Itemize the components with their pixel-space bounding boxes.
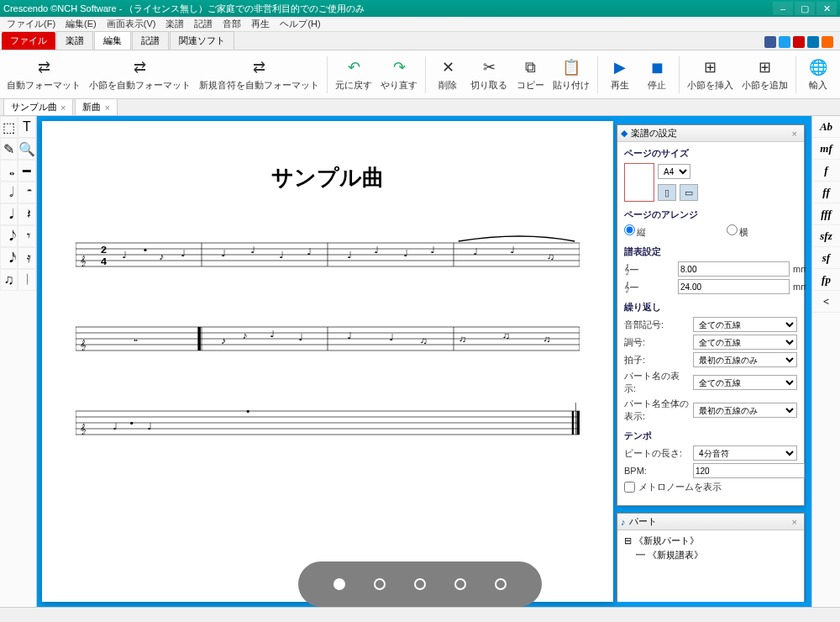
tab-related[interactable]: 関連ソフト bbox=[170, 31, 234, 50]
tool-11[interactable]: 𝄾 bbox=[18, 225, 36, 247]
facebook-icon[interactable] bbox=[764, 36, 776, 48]
rss-icon[interactable] bbox=[822, 36, 833, 48]
parts-icon: ♪ bbox=[621, 517, 626, 527]
ribbon-小節を追加[interactable]: ⊞小節を追加 bbox=[738, 53, 791, 97]
ribbon-小節を挿入[interactable]: ⊞小節を挿入 bbox=[684, 53, 737, 97]
ribbon-切り取る[interactable]: ✂切り取る bbox=[467, 53, 511, 97]
page-size-select[interactable]: A4 bbox=[658, 164, 690, 179]
svg-text:♩: ♩ bbox=[403, 248, 408, 259]
dynamic-mf[interactable]: mf bbox=[812, 138, 840, 160]
ribbon-自動フォーマット[interactable]: ⇄自動フォーマット bbox=[3, 53, 84, 97]
youtube-icon[interactable] bbox=[793, 36, 805, 48]
staff-1[interactable]: 𝄞 24 ♩•♪♩ ♩♩♩♩ ♩♩♩♩ ♩♩♫ bbox=[76, 235, 580, 277]
tool-1[interactable]: T bbox=[18, 116, 36, 138]
ribbon-元に戻す[interactable]: ↶元に戻す bbox=[332, 53, 375, 97]
ribbon-削除[interactable]: ✕削除 bbox=[430, 53, 465, 97]
doctab-sample[interactable]: サンプル曲× bbox=[3, 98, 73, 115]
page-dot-5[interactable] bbox=[495, 578, 507, 590]
maximize-button[interactable]: ▢ bbox=[795, 2, 815, 15]
tab-notation[interactable]: 記譜 bbox=[132, 31, 169, 50]
page-dot-3[interactable] bbox=[414, 578, 426, 590]
ribbon-輸入[interactable]: 🌐輸入 bbox=[801, 53, 836, 97]
tool-5[interactable]: ━ bbox=[18, 160, 36, 182]
staff-size2-input[interactable] bbox=[678, 279, 790, 294]
tree-item-part: ⊟ 《新規パート》 bbox=[621, 534, 801, 548]
tool-10[interactable]: 𝅘𝅥𝅮 bbox=[0, 225, 18, 247]
tab-score[interactable]: 楽譜 bbox=[56, 31, 93, 50]
menu-file[interactable]: ファイル(F) bbox=[2, 16, 60, 32]
menu-help[interactable]: ヘルプ(H) bbox=[275, 16, 325, 32]
ribbon-停止[interactable]: ◼停止 bbox=[639, 53, 675, 97]
close-icon[interactable]: × bbox=[104, 103, 109, 113]
repeat-select-2[interactable]: 最初の五線のみ bbox=[693, 352, 797, 367]
minimize-button[interactable]: – bbox=[773, 2, 793, 15]
file-tab[interactable]: ファイル bbox=[2, 32, 55, 50]
page-dot-2[interactable] bbox=[374, 578, 386, 590]
beat-length-select[interactable]: 4分音符 bbox=[693, 445, 797, 461]
score-page[interactable]: サンプル曲 𝄞 24 ♩•♪♩ ♩♩♩♩ ♩♩♩♩ ♩♩♫ bbox=[42, 121, 613, 602]
tool-2[interactable]: ✎ bbox=[0, 138, 18, 160]
ribbon-再生[interactable]: ▶再生 bbox=[602, 53, 638, 97]
arrange-vertical-radio[interactable] bbox=[624, 224, 635, 235]
dynamic-sfz[interactable]: sfz bbox=[812, 225, 840, 247]
linkedin-icon[interactable] bbox=[807, 36, 819, 48]
tool-0[interactable]: ⬚ bbox=[0, 116, 18, 138]
parts-tree[interactable]: ⊟ 《新規パート》 ━ 《新規譜表》 bbox=[617, 530, 804, 602]
svg-text:♪: ♪ bbox=[242, 330, 247, 341]
repeat-select-3[interactable]: 全ての五線 bbox=[693, 375, 797, 390]
tool-7[interactable]: 𝄼 bbox=[18, 182, 36, 203]
menu-clef[interactable]: 音部 bbox=[218, 16, 246, 32]
dynamic-sf[interactable]: sf bbox=[812, 247, 840, 269]
tool-12[interactable]: 𝅘𝅥𝅯 bbox=[0, 247, 18, 269]
svg-text:2: 2 bbox=[101, 245, 107, 256]
tool-14[interactable]: ♫ bbox=[0, 269, 18, 291]
twitter-icon[interactable] bbox=[779, 36, 790, 48]
ribbon-コピー[interactable]: ⧉コピー bbox=[512, 53, 548, 97]
ribbon-貼り付け[interactable]: 📋貼り付け bbox=[549, 53, 593, 97]
arrange-horizontal-radio[interactable] bbox=[727, 224, 738, 235]
panel-close-button[interactable]: × bbox=[789, 129, 801, 139]
orientation-landscape-button[interactable]: ▭ bbox=[680, 184, 698, 201]
staff-3[interactable]: 𝄞 ♩•♩ • bbox=[76, 403, 580, 445]
svg-text:♩: ♩ bbox=[473, 246, 478, 257]
repeat-select-0[interactable]: 全ての五線 bbox=[693, 317, 797, 332]
ribbon-やり直す[interactable]: ↷やり直す bbox=[377, 53, 421, 97]
dynamic-fp[interactable]: fp bbox=[812, 269, 840, 291]
svg-text:𝄞: 𝄞 bbox=[80, 256, 86, 267]
dynamic-f[interactable]: f bbox=[812, 160, 840, 182]
repeat-select-4[interactable]: 最初の五線のみ bbox=[693, 403, 797, 418]
titlebar: Crescendo ©NCH Software - （ライセンス無し）ご家庭での… bbox=[0, 0, 840, 17]
orientation-portrait-button[interactable]: ▯ bbox=[658, 184, 676, 201]
page-dot-1[interactable] bbox=[333, 578, 345, 590]
close-icon[interactable]: × bbox=[60, 103, 66, 113]
menu-score[interactable]: 楽譜 bbox=[160, 16, 189, 32]
dynamic-Ab[interactable]: Ab bbox=[812, 116, 840, 138]
staff-2[interactable]: 𝄞 𝅝 ♪♪♩♩ ♩♩♫ ♫♫♫ bbox=[76, 319, 580, 361]
tool-9[interactable]: 𝄽 bbox=[18, 203, 36, 225]
menu-edit[interactable]: 編集(E) bbox=[60, 16, 102, 32]
dynamic-<[interactable]: < bbox=[812, 291, 840, 313]
tool-4[interactable]: 𝅝 bbox=[0, 160, 18, 182]
panel-close-button[interactable]: × bbox=[789, 517, 801, 527]
page-dot-4[interactable] bbox=[454, 578, 466, 590]
bpm-input[interactable] bbox=[693, 463, 805, 478]
staff-size1-input[interactable] bbox=[678, 261, 790, 277]
doctab-new[interactable]: 新曲× bbox=[75, 98, 117, 115]
tool-15[interactable]: 𝄀 bbox=[18, 269, 36, 291]
menu-notation[interactable]: 記譜 bbox=[189, 16, 218, 32]
ribbon-新規音符を自動フォーマット[interactable]: ⇄新規音符を自動フォーマット bbox=[196, 53, 323, 97]
tool-6[interactable]: 𝅗𝅥 bbox=[0, 182, 18, 203]
metronome-checkbox[interactable] bbox=[624, 482, 635, 493]
tab-edit[interactable]: 編集 bbox=[94, 31, 131, 50]
menu-play[interactable]: 再生 bbox=[246, 16, 275, 32]
ribbon-小節を自動フォーマット[interactable]: ⇄小節を自動フォーマット bbox=[86, 53, 194, 97]
dynamic-fff[interactable]: fff bbox=[812, 203, 840, 225]
close-button[interactable]: ✕ bbox=[816, 2, 837, 15]
repeat-select-1[interactable]: 全ての五線 bbox=[693, 335, 797, 350]
tool-3[interactable]: 🔍 bbox=[18, 138, 36, 160]
score-title: サンプル曲 bbox=[76, 163, 580, 192]
menu-view[interactable]: 画面表示(V) bbox=[102, 16, 161, 32]
dynamic-ff[interactable]: ff bbox=[812, 182, 840, 203]
tool-13[interactable]: 𝄿 bbox=[18, 247, 36, 269]
tool-8[interactable]: 𝅘𝅥 bbox=[0, 203, 18, 225]
